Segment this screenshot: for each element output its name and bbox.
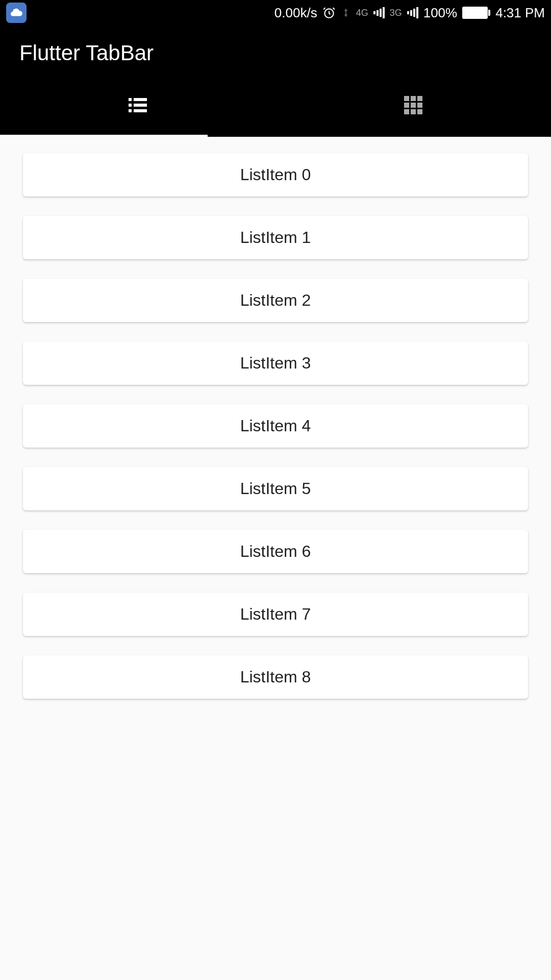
svg-rect-1 [129, 98, 132, 101]
battery-percent: 100% [423, 5, 458, 21]
svg-rect-12 [417, 103, 422, 108]
list-item[interactable]: ListItem 5 [23, 467, 528, 510]
tab-bar [0, 76, 551, 137]
list-item[interactable]: ListItem 2 [23, 279, 528, 322]
network-3g-label: 3G [390, 8, 402, 18]
tab-grid-view[interactable] [276, 76, 551, 137]
svg-rect-3 [129, 104, 132, 107]
svg-rect-5 [129, 109, 132, 112]
svg-rect-6 [134, 109, 147, 112]
network-4g-label: 4G [356, 8, 368, 18]
list-item[interactable]: ListItem 7 [23, 593, 528, 636]
list-item-label: ListItem 8 [240, 668, 311, 686]
list-item[interactable]: ListItem 8 [23, 655, 528, 699]
list-item[interactable]: ListItem 4 [23, 404, 528, 448]
list-item[interactable]: ListItem 6 [23, 530, 528, 573]
list-icon [126, 93, 150, 119]
status-right: 0.00k/s 4G 3G 100% 4:31 PM [274, 5, 545, 21]
list-item-label: ListItem 5 [240, 479, 311, 498]
signal-bars-1 [373, 7, 385, 18]
list-item[interactable]: ListItem 3 [23, 341, 528, 385]
cloud-app-icon [6, 3, 27, 23]
svg-rect-8 [411, 96, 416, 101]
list-content[interactable]: ListItem 0 ListItem 1 ListItem 2 ListIte… [0, 137, 551, 979]
svg-rect-13 [404, 109, 409, 114]
signal-bars-2 [407, 7, 418, 18]
network-4g-indicator [341, 8, 351, 18]
app-title: Flutter TabBar [19, 41, 532, 65]
tab-indicator [0, 135, 208, 137]
list-item-label: ListItem 3 [240, 354, 311, 372]
alarm-icon [322, 6, 336, 19]
network-speed: 0.00k/s [274, 5, 317, 21]
list-item-label: ListItem 7 [240, 605, 311, 623]
svg-rect-4 [134, 104, 147, 107]
list-item[interactable]: ListItem 1 [23, 216, 528, 259]
svg-rect-10 [404, 103, 409, 108]
list-item-label: ListItem 1 [240, 228, 311, 247]
list-item-label: ListItem 4 [240, 416, 311, 435]
tab-list-view[interactable] [0, 76, 276, 137]
battery-icon [462, 7, 490, 19]
svg-rect-7 [404, 96, 409, 101]
svg-rect-14 [411, 109, 416, 114]
svg-rect-9 [417, 96, 422, 101]
svg-rect-2 [134, 98, 147, 101]
list-item-label: ListItem 6 [240, 542, 311, 560]
app-bar: Flutter TabBar [0, 26, 551, 76]
clock-time: 4:31 PM [495, 5, 545, 21]
list-item-label: ListItem 2 [240, 291, 311, 309]
status-left [6, 3, 27, 23]
list-item-label: ListItem 0 [240, 165, 311, 184]
status-bar: 0.00k/s 4G 3G 100% 4:31 PM [0, 0, 551, 26]
grid-icon [401, 93, 425, 119]
svg-rect-11 [411, 103, 416, 108]
list-item[interactable]: ListItem 0 [23, 153, 528, 197]
svg-rect-15 [417, 109, 422, 114]
